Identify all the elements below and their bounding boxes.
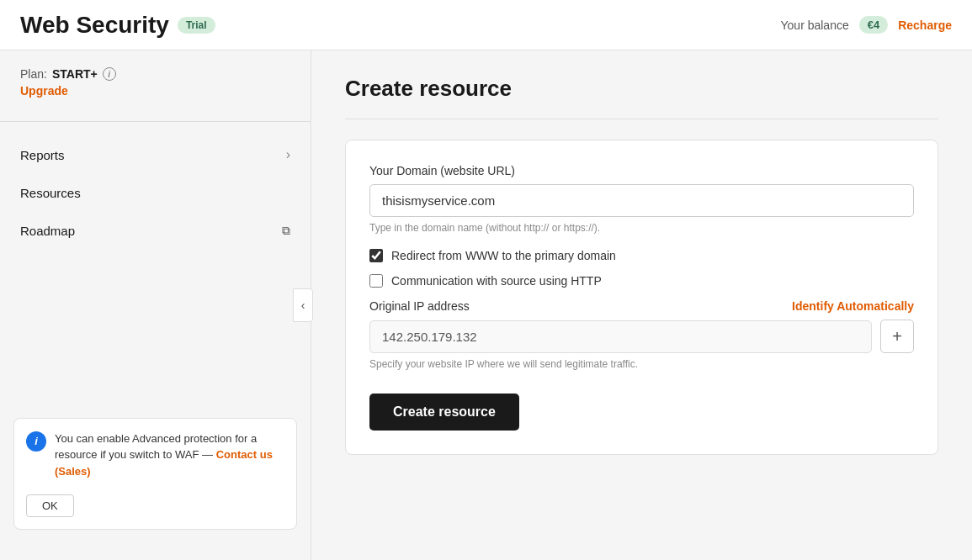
info-card-text: You can enable Advanced protection for a… bbox=[55, 431, 284, 480]
ip-section-header: Original IP address Identify Automatical… bbox=[369, 299, 914, 313]
sidebar-bottom: i You can enable Advanced protection for… bbox=[0, 404, 311, 544]
header-left: Web Security Trial bbox=[20, 12, 215, 39]
trial-badge: Trial bbox=[178, 17, 215, 34]
chevron-right-icon: › bbox=[286, 147, 290, 162]
identify-automatically-link[interactable]: Identify Automatically bbox=[792, 299, 914, 313]
domain-input[interactable] bbox=[369, 184, 914, 217]
form-card: Your Domain (website URL) Type in the do… bbox=[345, 140, 938, 455]
domain-form-group: Your Domain (website URL) Type in the do… bbox=[369, 164, 914, 234]
http-communication-label: Communication with source using HTTP bbox=[391, 274, 602, 288]
domain-hint: Type in the domain name (without http://… bbox=[369, 222, 914, 234]
info-icon[interactable]: i bbox=[103, 67, 116, 81]
sidebar-item-resources-label: Resources bbox=[20, 186, 81, 200]
plan-name: START+ bbox=[52, 67, 98, 81]
ip-form-group: Original IP address Identify Automatical… bbox=[369, 299, 914, 370]
plan-row: Plan: START+ i bbox=[20, 67, 290, 81]
sidebar-divider bbox=[0, 121, 311, 122]
sidebar-item-resources[interactable]: Resources bbox=[0, 174, 311, 212]
recharge-link[interactable]: Recharge bbox=[898, 18, 952, 32]
page-title: Create resource bbox=[345, 76, 938, 102]
create-resource-button[interactable]: Create resource bbox=[369, 394, 519, 431]
sidebar-item-roadmap[interactable]: Roadmap ⧉ bbox=[0, 212, 311, 250]
ok-button[interactable]: OK bbox=[26, 494, 74, 517]
checkbox-www-redirect: Redirect from WWW to the primary domain bbox=[369, 249, 914, 262]
app-container: Web Security Trial Your balance €4 Recha… bbox=[0, 0, 972, 560]
sidebar-item-reports-label: Reports bbox=[20, 148, 65, 162]
domain-label: Your Domain (website URL) bbox=[369, 164, 914, 177]
sidebar-item-reports[interactable]: Reports › bbox=[0, 135, 311, 174]
content-area: Create resource Your Domain (website URL… bbox=[311, 50, 972, 560]
balance-label: Your balance bbox=[781, 18, 849, 32]
upgrade-link[interactable]: Upgrade bbox=[20, 84, 68, 98]
content-divider bbox=[345, 119, 938, 119]
balance-value: €4 bbox=[859, 16, 888, 34]
ip-label: Original IP address bbox=[369, 299, 470, 313]
www-redirect-checkbox[interactable] bbox=[369, 249, 383, 262]
collapse-sidebar-button[interactable]: ‹ bbox=[293, 288, 313, 322]
sidebar-nav: Reports › Resources Roadmap ⧉ bbox=[0, 129, 311, 404]
header-right: Your balance €4 Recharge bbox=[781, 16, 953, 34]
sidebar-item-roadmap-label: Roadmap bbox=[20, 224, 75, 238]
ip-hint: Specify your website IP where we will se… bbox=[369, 358, 914, 370]
add-ip-button[interactable]: + bbox=[880, 320, 914, 353]
external-link-icon: ⧉ bbox=[282, 224, 290, 238]
info-card-header: i You can enable Advanced protection for… bbox=[26, 431, 284, 480]
main-layout: Plan: START+ i Upgrade Reports › Resourc… bbox=[0, 50, 972, 560]
ip-row: + bbox=[369, 320, 914, 353]
http-communication-checkbox[interactable] bbox=[369, 274, 383, 288]
info-circle-icon: i bbox=[26, 431, 46, 452]
checkbox-http-communication: Communication with source using HTTP bbox=[369, 274, 914, 288]
plan-section: Plan: START+ i Upgrade bbox=[0, 67, 311, 114]
plan-label: Plan: bbox=[20, 67, 47, 81]
www-redirect-label: Redirect from WWW to the primary domain bbox=[391, 249, 616, 262]
ip-input[interactable] bbox=[369, 320, 872, 353]
app-title: Web Security bbox=[20, 12, 169, 39]
header: Web Security Trial Your balance €4 Recha… bbox=[0, 0, 972, 50]
sidebar: Plan: START+ i Upgrade Reports › Resourc… bbox=[0, 50, 311, 560]
info-card: i You can enable Advanced protection for… bbox=[13, 418, 297, 531]
